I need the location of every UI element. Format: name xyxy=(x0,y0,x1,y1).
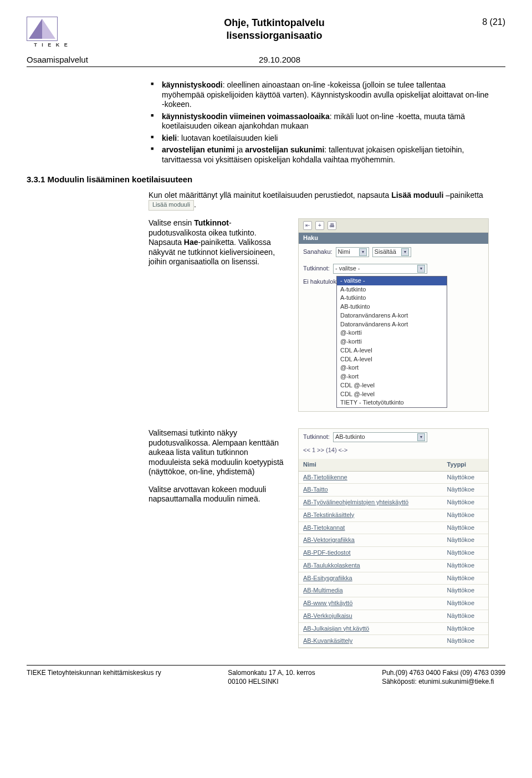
module-name-link[interactable]: AB-Tekstinkäsittely xyxy=(299,509,443,521)
table-row: AB-VerkkojulkaisuNäyttökoe xyxy=(299,610,488,622)
intro-strong: Lisää moduuli xyxy=(391,191,443,199)
print-icon[interactable]: 🖶 xyxy=(328,221,336,230)
sanahaku-label: Sanahaku: xyxy=(303,248,332,256)
logo-icon xyxy=(27,17,58,41)
pager[interactable]: << 1 >> (14) <-> xyxy=(299,446,488,455)
table-row: AB-KuvankäsittelyNäyttökoe xyxy=(299,635,488,648)
table-row: AB-TaittoNäyttökoe xyxy=(299,484,488,497)
bullet-3-strong: kieli xyxy=(162,134,177,142)
intro-end: . xyxy=(194,200,196,209)
dropdown-option[interactable]: @-kort xyxy=(337,364,447,372)
shot2-tutkinnot-select[interactable]: AB-tutkinto▾ xyxy=(333,432,427,442)
bullet-4b-strong: arvostelijan sukunimi xyxy=(245,145,324,154)
logo: T I E K E xyxy=(27,17,76,48)
tutkinnot-row: Tutkinnot: - valitse -▾ xyxy=(299,260,488,277)
screenshot-2: Tutkinnot: AB-tutkinto▾ << 1 >> (14) <->… xyxy=(298,428,489,648)
block-1: Valitse ensin Tutkinnot-pudotusvalikosta… xyxy=(27,218,505,412)
haku-band: Haku xyxy=(299,233,488,244)
footer-right-1: Puh.(09) 4763 0400 Faksi (09) 4763 0399 xyxy=(382,669,505,677)
add-icon[interactable]: + xyxy=(315,221,324,230)
module-type: Näyttökoe xyxy=(443,622,489,635)
dropdown-option[interactable]: Datoranvändarens A-kort xyxy=(337,320,447,329)
module-name-link[interactable]: AB-Tietokannat xyxy=(299,521,443,534)
module-name-link[interactable]: AB-Taitto xyxy=(299,484,443,497)
module-name-link[interactable]: AB-Tietoliikenne xyxy=(299,471,443,484)
col-type[interactable]: Tyyppi xyxy=(443,459,489,471)
block-2-text: Valitsemasi tutkinto näkyy pudotusvaliko… xyxy=(149,428,287,648)
table-row: AB-Työvälineohjelmistojen yhteiskäyttöNä… xyxy=(299,497,488,509)
intro: Kun olet määrittänyt yllä mainitut koeti… xyxy=(27,191,505,211)
dropdown-option[interactable]: @-kortti xyxy=(337,329,447,337)
b2-p1: Valitsemasi tutkinto näkyy pudotusvaliko… xyxy=(149,428,287,477)
sanahaku-sel-val: Nimi xyxy=(338,248,350,256)
intro-a: Kun olet määrittänyt yllä mainitut koeti… xyxy=(149,191,391,199)
b2-p2: Valitse arvottavan kokeen moduuli napsau… xyxy=(149,485,287,504)
footer-left-1: TIEKE Tietoyhteiskunnan kehittämiskeskus… xyxy=(27,669,161,677)
module-type: Näyttökoe xyxy=(443,534,489,547)
sisaltaa-select[interactable]: Sisältää▾ xyxy=(372,247,411,257)
logo-text: T I E K E xyxy=(27,42,76,48)
footer: TIEKE Tietoyhteiskunnan kehittämiskeskus… xyxy=(27,665,505,686)
bullet-4-mid: ja xyxy=(234,145,245,154)
dropdown-option[interactable]: TIETY - Tietotyötutkinto xyxy=(337,398,447,407)
doc-title-2: lisenssiorganisaatio xyxy=(76,29,472,42)
dropdown-option[interactable]: CDL @-level xyxy=(337,390,447,399)
module-name-link[interactable]: AB-Kuvankäsittely xyxy=(299,635,443,648)
dropdown-option[interactable]: A-tutkinto xyxy=(337,285,447,294)
dropdown-option[interactable]: Datoranvändarens A-kort xyxy=(337,311,447,320)
sisaltaa-sel-val: Sisältää xyxy=(375,248,396,256)
module-name-link[interactable]: AB-Taulukkolaskenta xyxy=(299,559,443,572)
tutkinnot-select[interactable]: - valitse -▾ xyxy=(333,264,427,274)
tutkinnot-dropdown[interactable]: - valitse -A-tutkintoA-tutkintoAB-tutkin… xyxy=(336,276,447,408)
dropdown-option[interactable]: @-kortti xyxy=(337,337,447,346)
col-name[interactable]: Nimi xyxy=(299,459,443,471)
add-module-button[interactable]: Lisää moduuli xyxy=(149,200,194,211)
module-table: Nimi Tyyppi AB-TietoliikenneNäyttökoeAB-… xyxy=(299,459,488,648)
dropdown-option[interactable]: CDL @-level xyxy=(337,381,447,390)
shot2-tutkinnot-val: AB-tutkinto xyxy=(335,433,365,441)
module-name-link[interactable]: AB-Verkkojulkaisu xyxy=(299,610,443,622)
bullet-2: käynnistyskoodin viimeinen voimassaoloai… xyxy=(149,112,489,131)
module-type: Näyttökoe xyxy=(443,509,489,521)
bullet-4: arvostelijan etunimi ja arvostelijan suk… xyxy=(149,145,489,165)
table-row: AB-PDF-tiedostotNäyttökoe xyxy=(299,547,488,560)
module-name-link[interactable]: AB-www yhtkäyttö xyxy=(299,597,443,610)
bullet-block: käynnistyskoodi: oleellinen ainoastaan o… xyxy=(27,80,505,165)
dropdown-option[interactable]: - valitse - xyxy=(337,277,447,285)
chevron-down-icon: ▾ xyxy=(417,433,425,441)
dropdown-option[interactable]: A-tutkinto xyxy=(337,294,447,303)
dropdown-option[interactable]: AB-tutkinto xyxy=(337,303,447,311)
bullet-4a-strong: arvostelijan etunimi xyxy=(162,145,234,154)
table-row: AB-VektorigrafiikkaNäyttökoe xyxy=(299,534,488,547)
footer-left: TIEKE Tietoyhteiskunnan kehittämiskeskus… xyxy=(27,669,161,686)
module-name-link[interactable]: AB-Vektorigrafiikka xyxy=(299,534,443,547)
back-icon[interactable]: ⇤ xyxy=(303,221,312,230)
module-type: Näyttökoe xyxy=(443,635,489,648)
sanahaku-select[interactable]: Nimi▾ xyxy=(336,247,369,257)
module-type: Näyttökoe xyxy=(443,497,489,509)
tutkinnot-label: Tutkinnot: xyxy=(303,265,330,273)
module-type: Näyttökoe xyxy=(443,471,489,484)
bullet-3: kieli: luotavan koetilaisuuden kieli xyxy=(149,134,489,144)
module-type: Näyttökoe xyxy=(443,572,489,585)
bullet-2-strong: käynnistyskoodin viimeinen voimassaoloai… xyxy=(162,112,330,121)
bullet-1: käynnistyskoodi: oleellinen ainoastaan o… xyxy=(149,80,489,110)
module-type: Näyttökoe xyxy=(443,610,489,622)
module-name-link[interactable]: AB-Esitysgrafiikka xyxy=(299,572,443,585)
footer-mid: Salomonkatu 17 A, 10. kerros 00100 HELSI… xyxy=(228,669,315,686)
module-type: Näyttökoe xyxy=(443,585,489,597)
module-name-link[interactable]: AB-Julkaisijan yht.käyttö xyxy=(299,622,443,635)
module-type: Näyttökoe xyxy=(443,597,489,610)
table-row: AB-Julkaisijan yht.käyttöNäyttökoe xyxy=(299,622,488,635)
ei-haku: Ei hakutulok xyxy=(299,277,336,411)
dropdown-option[interactable]: CDL A-level xyxy=(337,355,447,364)
table-row: AB-www yhtkäyttöNäyttökoe xyxy=(299,597,488,610)
intro-para: Kun olet määrittänyt yllä mainitut koeti… xyxy=(149,191,489,211)
bullet-list: käynnistyskoodi: oleellinen ainoastaan o… xyxy=(149,80,489,165)
footer-mid-1: Salomonkatu 17 A, 10. kerros xyxy=(228,669,315,677)
module-name-link[interactable]: AB-PDF-tiedostot xyxy=(299,547,443,560)
module-name-link[interactable]: AB-Työvälineohjelmistojen yhteiskäyttö xyxy=(299,497,443,509)
module-name-link[interactable]: AB-Multimedia xyxy=(299,585,443,597)
dropdown-option[interactable]: CDL A-level xyxy=(337,346,447,355)
dropdown-option[interactable]: @-kort xyxy=(337,372,447,381)
